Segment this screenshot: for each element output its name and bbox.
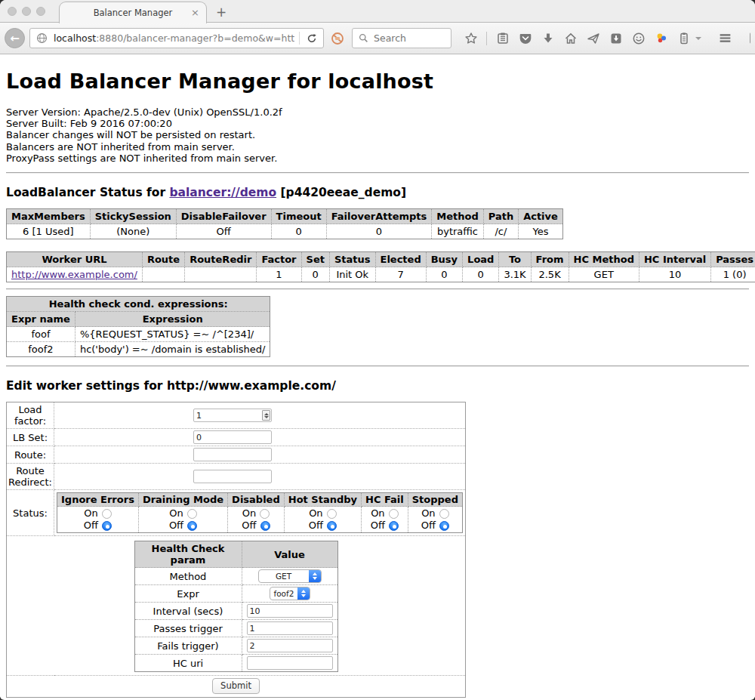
method-select[interactable]: GET bbox=[258, 569, 322, 583]
toolbar-icons bbox=[464, 31, 750, 45]
submit-row: Submit bbox=[7, 676, 466, 698]
hc-fail-on-radio[interactable] bbox=[389, 509, 399, 519]
route-label: Route: bbox=[7, 446, 54, 464]
cell-status: Init Ok bbox=[329, 267, 375, 282]
interval-cell bbox=[242, 603, 337, 620]
home-icon[interactable] bbox=[563, 31, 578, 45]
cell-factor: 1 bbox=[257, 267, 301, 282]
url-text[interactable]: localhost:8880/balancer-manager?b=demo&w… bbox=[54, 32, 294, 44]
hot-standby-off-radio[interactable] bbox=[327, 521, 337, 531]
lb-set-input[interactable] bbox=[193, 430, 272, 444]
col-expression: Expression bbox=[75, 312, 270, 327]
route-redirect-cell bbox=[54, 464, 466, 490]
col-load: Load bbox=[463, 252, 499, 267]
tab-title: Balancer Manager bbox=[94, 8, 173, 18]
menu-hamburger-icon[interactable] bbox=[718, 31, 732, 45]
expr-select[interactable]: foof2 bbox=[270, 587, 310, 600]
lb-set-cell bbox=[54, 429, 466, 446]
cell-route bbox=[142, 267, 184, 282]
send-tab-icon[interactable] bbox=[586, 31, 600, 45]
window-minimize-button[interactable] bbox=[22, 7, 31, 16]
load-factor-input[interactable] bbox=[193, 409, 272, 422]
balancer-demo-link[interactable]: balancer://demo bbox=[169, 186, 276, 199]
hot-standby-cell: On Off bbox=[284, 507, 361, 533]
disabled-off-radio[interactable] bbox=[260, 521, 270, 531]
disabled-on-radio[interactable] bbox=[260, 509, 270, 519]
hc-expr-title: Health check cond. expressions: bbox=[7, 297, 270, 312]
feedback-smiley-icon[interactable] bbox=[631, 31, 646, 45]
status-options-table: Ignore Errors Draining Mode Disabled Hot… bbox=[57, 492, 463, 533]
reload-icon[interactable] bbox=[304, 31, 319, 45]
window-controls[interactable] bbox=[8, 7, 45, 16]
col-stickysession: StickySession bbox=[90, 209, 176, 224]
table-header-row: MaxMembers StickySession DisableFailover… bbox=[7, 209, 563, 224]
clipboard-extension-icon[interactable] bbox=[676, 31, 691, 45]
window-zoom-button[interactable] bbox=[36, 7, 45, 16]
back-button[interactable]: ← bbox=[5, 28, 25, 48]
window-close-button[interactable] bbox=[8, 7, 17, 16]
col-passes: Passes bbox=[711, 252, 755, 267]
downloads-icon[interactable] bbox=[541, 31, 555, 45]
select-arrows-icon bbox=[297, 587, 309, 600]
search-bar[interactable] bbox=[352, 28, 451, 48]
ignore-errors-off-radio[interactable] bbox=[102, 521, 112, 531]
table-title-row: Health check cond. expressions: bbox=[7, 297, 270, 312]
adblock-disabled-icon[interactable] bbox=[330, 31, 344, 45]
route-redirect-input[interactable] bbox=[193, 470, 272, 483]
on-label: On bbox=[242, 507, 256, 520]
extension-colordots-icon[interactable] bbox=[654, 31, 668, 45]
cell-elected: 7 bbox=[375, 267, 426, 282]
submit-button[interactable]: Submit bbox=[212, 678, 260, 694]
tab-close-icon[interactable]: × bbox=[191, 8, 199, 17]
tab-groups-icon[interactable] bbox=[749, 31, 750, 45]
pocket-icon[interactable] bbox=[518, 31, 532, 45]
method-cell: GET bbox=[242, 568, 337, 585]
draining-mode-on-radio[interactable] bbox=[187, 509, 197, 519]
passes-input[interactable] bbox=[247, 621, 333, 635]
number-spinner-icon[interactable] bbox=[262, 410, 270, 421]
interval-input[interactable] bbox=[247, 604, 333, 618]
off-label: Off bbox=[371, 520, 385, 532]
bookmarks-sidebar-icon[interactable] bbox=[495, 31, 510, 45]
stopped-on-radio[interactable] bbox=[439, 509, 449, 519]
col-hc-fail: HC Fail bbox=[362, 493, 408, 507]
hc-param-header-row: Health Check param Value bbox=[134, 541, 337, 568]
cell-to: 3.1K bbox=[499, 267, 531, 282]
bookmark-star-icon[interactable] bbox=[464, 31, 478, 45]
table-header-row: Expr name Expression bbox=[7, 312, 270, 327]
expr-label: Expr bbox=[134, 585, 242, 603]
globe-icon bbox=[35, 31, 49, 45]
cell-from: 2.5K bbox=[531, 267, 569, 282]
worker-url-link[interactable]: http://www.example.com/ bbox=[11, 269, 137, 280]
col-factor: Factor bbox=[257, 252, 301, 267]
hc-uri-input[interactable] bbox=[247, 656, 333, 670]
new-tab-button[interactable]: + bbox=[216, 5, 226, 20]
col-route: Route bbox=[142, 252, 184, 267]
hc-param-row: Health Check param Value Method GET Expr bbox=[7, 536, 466, 676]
status-row: Status: Ignore Errors Draining Mode Disa… bbox=[7, 490, 466, 536]
route-input[interactable] bbox=[193, 448, 272, 461]
col-routeredir: RouteRedir bbox=[185, 252, 257, 267]
navigation-toolbar: ← localhost:8880/balancer-manager?b=demo… bbox=[0, 23, 755, 54]
save-page-icon[interactable] bbox=[609, 31, 623, 45]
cell-hc-interval: 10 bbox=[639, 267, 710, 282]
cell-passes: 1 (0) bbox=[711, 267, 755, 282]
col-maxmembers: MaxMembers bbox=[7, 209, 91, 224]
extension-dropdown-caret[interactable] bbox=[695, 37, 701, 40]
ignore-errors-on-radio[interactable] bbox=[102, 509, 112, 519]
tab-bar: Balancer Manager × + bbox=[0, 0, 755, 23]
stopped-off-radio[interactable] bbox=[439, 521, 449, 531]
tab-balancer-manager[interactable]: Balancer Manager × bbox=[59, 2, 207, 23]
hc-param-cell: Health Check param Value Method GET Expr bbox=[7, 536, 466, 676]
load-factor-label: Load factor: bbox=[7, 402, 54, 429]
cell-load: 0 bbox=[463, 267, 499, 282]
search-input[interactable] bbox=[374, 32, 445, 44]
edit-worker-heading: Edit worker settings for http://www.exam… bbox=[6, 379, 749, 393]
hc-uri-row: HC uri bbox=[134, 655, 337, 672]
url-bar[interactable]: localhost:8880/balancer-manager?b=demo&w… bbox=[29, 28, 324, 48]
fails-input[interactable] bbox=[247, 639, 333, 652]
draining-mode-off-radio[interactable] bbox=[187, 521, 197, 531]
hc-fail-off-radio[interactable] bbox=[389, 521, 399, 531]
hot-standby-on-radio[interactable] bbox=[327, 509, 337, 519]
submit-cell: Submit bbox=[7, 676, 466, 698]
